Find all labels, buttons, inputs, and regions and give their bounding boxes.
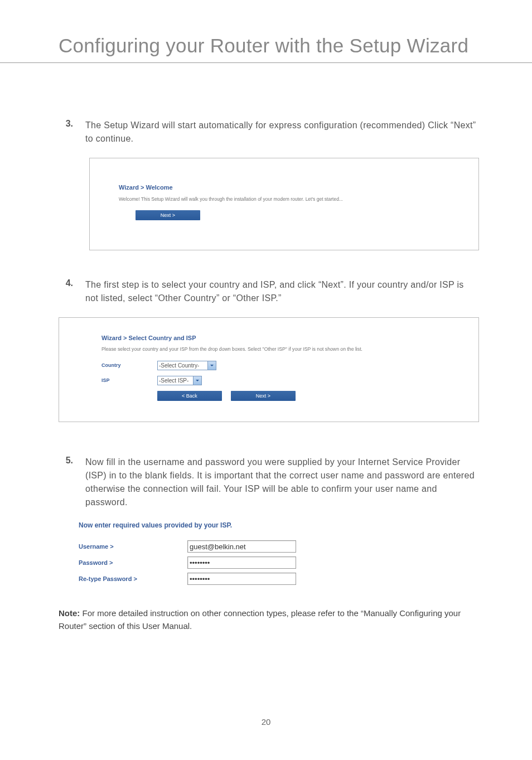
- credentials-title: Now enter required values provided by yo…: [79, 521, 479, 529]
- page-title: Configuring your Router with the Setup W…: [0, 0, 532, 63]
- country-select-value: -Select Country-: [159, 362, 199, 369]
- credentials-panel: Now enter required values provided by yo…: [79, 521, 479, 585]
- page-number: 20: [0, 717, 532, 727]
- wizard-welcome-panel: Wizard > Welcome Welcome! This Setup Wiz…: [89, 158, 479, 250]
- country-select[interactable]: -Select Country-: [157, 361, 216, 370]
- step-text: The Setup Wizard will start automaticall…: [85, 119, 479, 146]
- isp-select[interactable]: -Select ISP-: [157, 376, 202, 385]
- chevron-down-icon: [207, 361, 216, 370]
- password-field[interactable]: ••••••••: [187, 556, 296, 569]
- step-text: The first step is to select your country…: [85, 278, 479, 305]
- step-4: 4. The first step is to select your coun…: [59, 278, 479, 305]
- wizard-country-isp-panel: Wizard > Select Country and ISP Please s…: [59, 317, 479, 422]
- step-5: 5. Now fill in the username and password…: [59, 456, 479, 509]
- isp-select-value: -Select ISP-: [159, 377, 188, 384]
- country-label: Country: [101, 362, 157, 368]
- step-number: 4.: [59, 278, 73, 305]
- step-text: Now fill in the username and password yo…: [85, 456, 479, 509]
- back-button[interactable]: < Back: [157, 391, 222, 401]
- note-body: For more detailed instruction on other c…: [59, 608, 461, 631]
- panel-description: Welcome! This Setup Wizard will walk you…: [119, 196, 463, 202]
- username-field[interactable]: guest@belkin.net: [187, 540, 296, 553]
- next-button[interactable]: Next >: [231, 391, 296, 401]
- note-bold: Note:: [59, 608, 80, 618]
- isp-label: ISP: [101, 377, 157, 383]
- breadcrumb: Wizard > Select Country and ISP: [101, 335, 463, 341]
- note-text: Note: For more detailed instruction on o…: [59, 607, 479, 632]
- chevron-down-icon: [193, 376, 201, 385]
- username-label: Username >: [79, 543, 187, 550]
- breadcrumb: Wizard > Welcome: [119, 184, 463, 191]
- panel-description: Please select your country and your ISP …: [101, 346, 403, 353]
- step-3: 3. The Setup Wizard will start automatic…: [59, 119, 479, 146]
- step-number: 5.: [59, 456, 73, 509]
- retype-password-field[interactable]: ••••••••: [187, 573, 296, 585]
- retype-password-label: Re-type Password >: [79, 575, 187, 582]
- step-number: 3.: [59, 119, 73, 146]
- next-button[interactable]: Next >: [136, 210, 200, 220]
- password-label: Password >: [79, 559, 187, 566]
